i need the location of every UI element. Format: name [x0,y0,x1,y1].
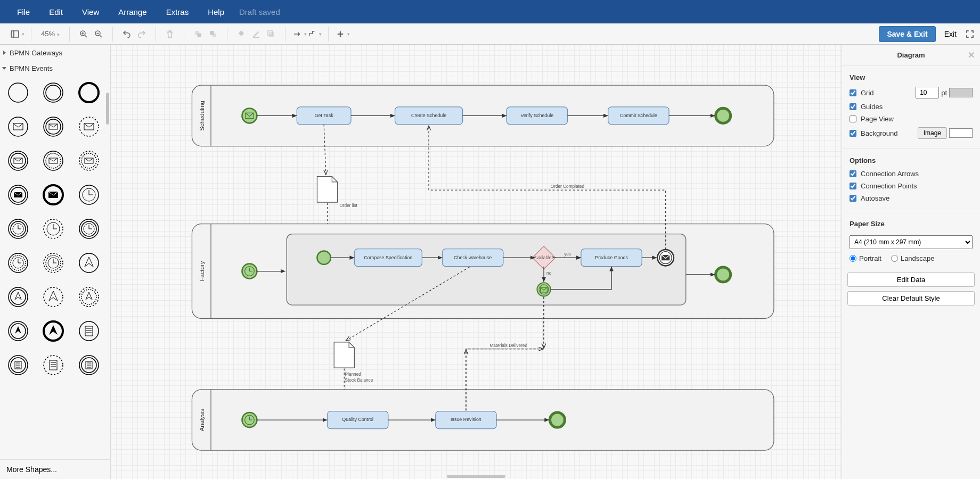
svg-point-20 [44,83,63,102]
event-escalation-throw[interactable] [3,316,33,346]
svg-point-28 [79,117,99,136]
pageview-checkbox[interactable] [850,115,856,122]
to-front-button[interactable] [191,27,206,42]
event-none-start[interactable] [3,78,33,108]
svg-text:Produce Goods: Produce Goods [595,255,628,260]
event-escalation-start[interactable] [74,248,104,278]
event-none-intermediate[interactable] [38,78,68,108]
undo-button[interactable] [119,27,134,42]
svg-text:Check warehouse: Check warehouse [454,255,492,260]
clear-style-button[interactable]: Clear Default Style [847,291,974,305]
portrait-radio[interactable] [850,255,856,262]
doc-stock-balance[interactable] [334,342,354,368]
event-conditional-start[interactable] [74,316,104,346]
conn-arrows-checkbox[interactable] [850,170,856,177]
landscape-radio[interactable] [891,255,898,262]
svg-point-92 [44,356,63,375]
svg-point-37 [81,153,96,168]
view-mode-button[interactable] [10,27,24,42]
fill-color-button[interactable] [234,27,249,42]
event-message-both-dashed[interactable] [74,146,104,176]
shadow-button[interactable] [264,27,279,42]
event-escalation-both-dashed[interactable] [74,282,104,312]
event-escalation-intermediate[interactable] [3,282,33,312]
toolbar: 45% Save & Exit Exit [0,23,980,45]
redo-button[interactable] [134,27,149,42]
doc-order-list[interactable] [317,177,337,202]
event-message-catch-dashed[interactable] [38,146,68,176]
event-conditional-intermediate[interactable] [3,350,33,380]
exit-button[interactable]: Exit [941,28,960,40]
palette-section-events[interactable]: BPMN Events [0,60,110,76]
menu-view[interactable]: View [72,7,109,16]
waypoint-type-button[interactable] [307,27,322,42]
zoom-in-button[interactable] [76,27,91,42]
canvas[interactable]: Scheduling Get Task Create Schedule Veri… [111,45,842,479]
insert-button[interactable] [335,27,350,42]
event-conditional-catch[interactable] [74,350,104,380]
line-color-button[interactable] [249,27,264,42]
diagram-svg[interactable]: Scheduling Get Task Create Schedule Veri… [111,45,842,479]
svg-point-75 [44,287,63,307]
edit-data-button[interactable]: Edit Data [847,272,974,287]
inner-start-factory[interactable] [317,251,330,264]
svg-point-30 [9,151,28,170]
background-color-swatch[interactable] [949,128,973,138]
grid-size-input[interactable] [916,87,939,98]
menu-arrange[interactable]: Arrange [109,7,156,16]
svg-point-26 [46,119,61,134]
palette-section-gateways[interactable]: BPMN Gateways [0,45,110,60]
conn-points-checkbox[interactable] [850,183,856,189]
event-timer-both-dashed[interactable] [3,248,33,278]
end-event-scheduling[interactable] [716,108,731,123]
menu-help[interactable]: Help [198,7,234,16]
canvas-h-scrollbar[interactable] [447,475,505,478]
event-message-intermediate[interactable] [38,112,68,142]
delete-button[interactable] [162,27,177,42]
palette-scrollbar[interactable] [106,93,109,125]
background-image-button[interactable]: Image [918,127,947,139]
event-message-end[interactable] [38,180,68,210]
event-timer-all-dashed[interactable] [38,248,68,278]
event-escalation-dashed[interactable] [38,282,68,312]
event-message-throw[interactable] [3,180,33,210]
to-back-button[interactable] [206,27,220,42]
guides-checkbox[interactable] [850,103,856,110]
svg-text:Commit Schedule: Commit Schedule [620,113,657,118]
event-none-end[interactable] [74,78,104,108]
menu-extras[interactable]: Extras [157,7,199,16]
svg-point-34 [46,153,61,168]
svg-text:Compose Specification: Compose Specification [364,255,412,260]
papersize-select[interactable]: A4 (210 mm x 297 mm) [850,235,973,249]
zoom-level[interactable]: 45% [38,30,63,38]
event-message-start[interactable] [3,112,33,142]
start-event-message[interactable] [242,108,257,123]
event-escalation-end[interactable] [38,316,68,346]
menu-bar: File Edit View Arrange Extras Help Draft… [0,0,980,23]
event-timer-noninterrupt[interactable] [38,214,68,244]
zoom-out-button[interactable] [91,27,106,42]
more-shapes-button[interactable]: More Shapes... [0,459,110,479]
event-message-noninterrupt[interactable] [74,112,104,142]
close-panel-icon[interactable]: ✕ [968,50,975,60]
fullscreen-icon[interactable] [965,29,975,39]
end-event-analysis[interactable] [550,412,565,427]
grid-color-swatch[interactable] [949,88,973,97]
end-event-factory[interactable] [716,267,731,282]
subprocess-factory[interactable] [287,234,686,305]
menu-file[interactable]: File [7,7,39,16]
background-checkbox[interactable] [850,130,856,137]
grid-checkbox[interactable] [850,89,856,96]
event-timer-intermediate[interactable] [3,214,33,244]
event-conditional-dashed[interactable] [38,350,68,380]
event-timer-start[interactable] [74,180,104,210]
autosave-checkbox[interactable] [850,195,856,202]
event-timer-catch[interactable] [74,214,104,244]
svg-rect-13 [253,37,259,38]
connection-type-button[interactable] [292,27,307,42]
save-exit-button[interactable]: Save & Exit [879,26,935,42]
event-message-catch[interactable] [3,146,33,176]
menu-edit[interactable]: Edit [39,7,72,16]
palette-grid [0,76,110,459]
svg-point-21 [46,85,61,100]
